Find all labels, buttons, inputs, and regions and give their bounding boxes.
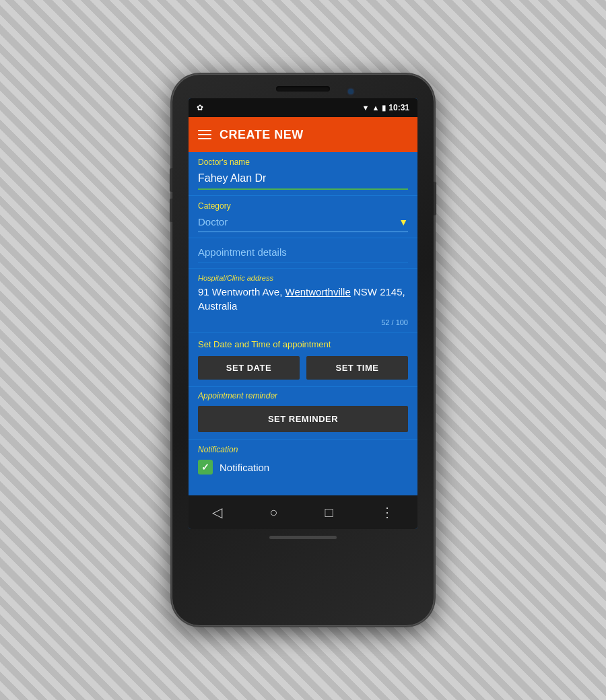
speaker (276, 86, 330, 92)
category-value: Doctor (198, 216, 228, 228)
back-button[interactable]: ◁ (201, 499, 233, 526)
hamburger-line-1 (198, 130, 211, 131)
notification-text: Notification (220, 462, 269, 473)
more-button[interactable]: ⋮ (370, 499, 405, 526)
char-count: 52 / 100 (198, 318, 408, 326)
reminder-section: Appointment reminder SET REMINDER (189, 387, 417, 440)
hospital-address-value[interactable]: 91 Wentworth Ave, Wentworthville NSW 214… (198, 285, 408, 316)
hospital-section: Hospital/Clinic address 91 Wentworth Ave… (189, 269, 417, 332)
status-left: ✿ (197, 103, 203, 112)
app-title: CREATE NEW (220, 128, 304, 142)
doctor-name-value[interactable]: Fahey Alan Dr (198, 170, 408, 190)
category-label: Category (198, 201, 408, 211)
reminder-label: Appointment reminder (198, 391, 408, 400)
set-reminder-button[interactable]: SET REMINDER (198, 406, 408, 432)
category-dropdown[interactable]: Doctor ▼ (198, 213, 408, 232)
dropdown-arrow-icon: ▼ (399, 217, 408, 228)
hamburger-line-2 (198, 134, 211, 135)
wifi-icon: ▼ (362, 104, 370, 112)
datetime-buttons: SET DATE SET TIME (198, 356, 408, 380)
home-bar (269, 536, 337, 539)
menu-button[interactable] (198, 130, 211, 139)
appointment-details-input[interactable]: Appointment details (198, 244, 408, 262)
app-bar: CREATE NEW (189, 117, 417, 152)
volume-up-button[interactable] (170, 168, 172, 192)
signal-icon: ▲ (372, 104, 379, 112)
notification-row: Notification (198, 460, 408, 475)
category-section: Category Doctor ▼ (189, 196, 417, 238)
status-right: ▼ ▲ ▮ 10:31 (362, 103, 409, 112)
status-bar: ✿ ▼ ▲ ▮ 10:31 (189, 98, 417, 117)
datetime-label: Set Date and Time of appointment (198, 339, 408, 349)
power-button[interactable] (434, 182, 436, 215)
recent-button[interactable]: □ (314, 499, 344, 526)
home-button[interactable]: ○ (259, 499, 288, 526)
clock: 10:31 (389, 103, 409, 112)
hamburger-line-3 (198, 138, 211, 139)
datetime-section: Set Date and Time of appointment SET DAT… (189, 332, 417, 387)
notification-label: Notification (198, 445, 408, 454)
phone-device: ✿ ▼ ▲ ▮ 10:31 CREATE NEW Doctor's name (172, 74, 434, 626)
set-time-button[interactable]: SET TIME (306, 356, 408, 380)
bottom-nav: ◁ ○ □ ⋮ (189, 495, 417, 529)
doctor-name-label: Doctor's name (198, 158, 408, 167)
notification-checkbox[interactable] (198, 460, 213, 475)
wentworthville-link: Wentworthville (285, 286, 351, 298)
volume-down-button[interactable] (170, 199, 172, 222)
phone-screen: ✿ ▼ ▲ ▮ 10:31 CREATE NEW Doctor's name (189, 98, 417, 529)
hospital-label: Hospital/Clinic address (198, 274, 408, 282)
camera (348, 89, 354, 94)
doctor-name-section: Doctor's name Fahey Alan Dr (189, 152, 417, 196)
appointment-details-section: Appointment details (189, 238, 417, 269)
content-area: Doctor's name Fahey Alan Dr Category Doc… (189, 152, 417, 489)
notification-section: Notification Notification (189, 440, 417, 480)
set-date-button[interactable]: SET DATE (198, 356, 300, 380)
android-icon: ✿ (197, 103, 203, 112)
battery-icon: ▮ (382, 104, 386, 112)
